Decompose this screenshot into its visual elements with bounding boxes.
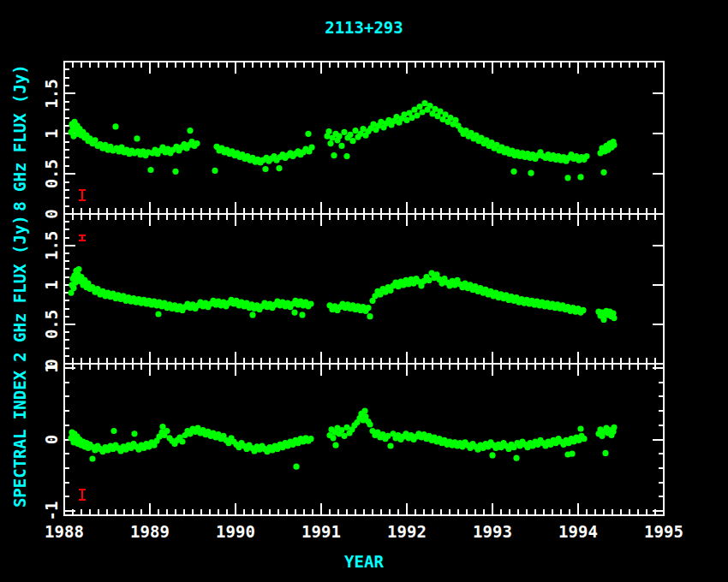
data-point (338, 143, 344, 149)
data-point (437, 109, 443, 115)
x-axis-title: YEAR (344, 552, 384, 571)
data-point (249, 312, 255, 318)
x-tick-label: 1995 (644, 522, 683, 541)
data-point (75, 266, 81, 272)
data-point (112, 123, 118, 129)
data-point (299, 312, 305, 318)
data-point (564, 175, 570, 181)
x-tick-label: 1994 (558, 522, 598, 541)
data-point (611, 315, 617, 321)
y-tick-label: 0.5 (42, 310, 61, 339)
data-point (352, 128, 358, 134)
data-point (164, 428, 170, 434)
y-tick-label: 1 (42, 129, 61, 139)
data-point (416, 104, 422, 110)
data-point (89, 455, 95, 461)
data-point (611, 425, 617, 431)
data-point (187, 128, 193, 134)
data-point (262, 166, 268, 172)
y-axis-title-8ghz: 8 GHz FLUX (Jy) (10, 64, 29, 211)
data-point (155, 311, 161, 317)
data-point (569, 451, 575, 457)
data-point (365, 305, 371, 311)
y-tick-label: 1 (42, 280, 61, 289)
data-point (387, 442, 393, 448)
panel-spectral-index: -101 (42, 363, 664, 520)
y-tick-label: 1.5 (42, 79, 61, 108)
panel-frame (64, 214, 664, 364)
data-point (147, 167, 153, 173)
y-tick-label: 0 (42, 209, 61, 218)
data-point (367, 313, 373, 319)
data-point (305, 131, 311, 137)
data-point (92, 137, 98, 143)
x-tick-label: 1989 (130, 522, 170, 541)
data-point (577, 174, 583, 180)
data-point (212, 168, 218, 174)
data-point (293, 464, 299, 470)
data-point (367, 421, 373, 427)
data-point (341, 129, 347, 135)
flux-chart: 2113+293 8 GHz FLUX (Jy) 2 GHz FLUX (Jy)… (0, 0, 728, 582)
panel-8ghz: 00.511.5 (42, 62, 664, 219)
data-point (134, 135, 140, 141)
data-point (489, 452, 495, 458)
x-tick-label: 1991 (301, 522, 341, 541)
y-tick-label: -1 (42, 502, 61, 521)
data-point (581, 436, 587, 442)
data-point (442, 111, 448, 117)
data-point (307, 436, 313, 442)
data-point (131, 431, 137, 436)
x-tick-label: 1990 (216, 522, 255, 541)
y-tick-label: 1.5 (42, 231, 61, 260)
data-point (510, 169, 516, 175)
data-point (325, 128, 331, 134)
data-point (172, 169, 178, 175)
data-point (577, 425, 583, 431)
data-point (343, 153, 349, 159)
typical-error-bar (79, 235, 86, 241)
data-point (611, 142, 617, 148)
typical-error-bar (79, 190, 86, 200)
data-point (600, 169, 606, 175)
x-tick-label: 1992 (387, 522, 427, 541)
y-tick-label: 1 (42, 363, 61, 372)
chart-page: 2113+293 8 GHz FLUX (Jy) 2 GHz FLUX (Jy)… (0, 0, 728, 582)
data-point (414, 112, 420, 118)
series-spectral-index (68, 408, 617, 470)
data-point (110, 428, 116, 434)
data-point (336, 134, 342, 140)
data-point (308, 145, 314, 151)
data-point (276, 165, 282, 171)
data-point (332, 442, 338, 448)
data-point (411, 107, 417, 113)
data-point (327, 140, 333, 146)
data-point (70, 285, 76, 291)
x-tick-label: 1993 (473, 522, 512, 541)
data-point (600, 317, 606, 323)
data-point (349, 138, 355, 144)
data-point (194, 140, 200, 146)
data-point (291, 310, 297, 316)
data-point (179, 438, 185, 444)
typical-error-bar (79, 490, 86, 500)
data-point (361, 408, 367, 414)
tick-marks (64, 214, 664, 364)
y-axis-title-index: SPECTRAL INDEX (10, 370, 29, 508)
data-point (347, 132, 353, 138)
x-tick-label: 1988 (45, 522, 84, 541)
data-point (330, 435, 336, 441)
chart-title: 2113+293 (325, 18, 403, 37)
data-point (452, 117, 458, 123)
data-point (583, 153, 589, 159)
data-point (427, 103, 433, 109)
y-tick-label: 0.5 (42, 159, 61, 188)
data-point (528, 170, 534, 176)
series-2ghz (68, 266, 617, 323)
data-point (331, 152, 337, 158)
series-8ghz (68, 100, 617, 181)
data-point (602, 450, 608, 456)
panel-2ghz: 00.511.5 (42, 214, 664, 369)
y-axis-title-2ghz: 2 GHz FLUX (Jy) (10, 215, 29, 362)
data-point (307, 300, 313, 306)
